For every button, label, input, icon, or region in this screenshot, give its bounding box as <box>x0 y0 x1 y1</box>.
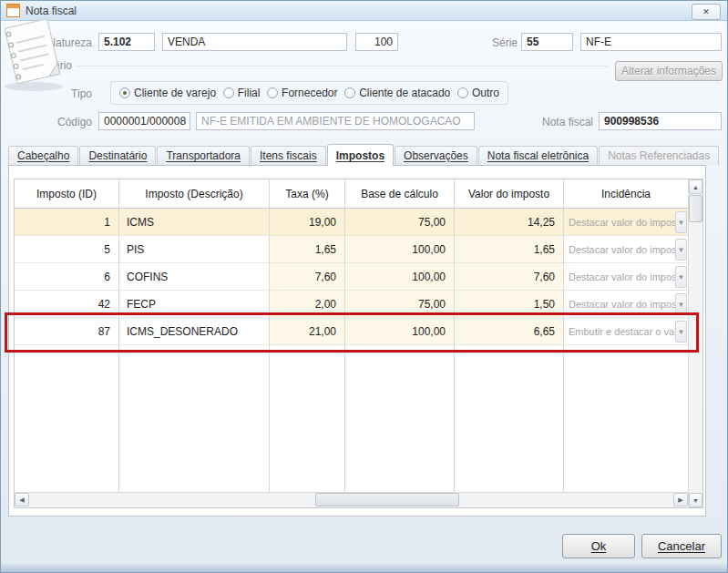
cell-imposto-id: 42 <box>15 291 119 317</box>
radio-label: Filial <box>238 87 261 99</box>
grid-header: Imposto (ID) Imposto (Descrição) Taxa (%… <box>15 179 688 209</box>
table-row[interactable]: 87 ICMS_DESONERADO 21,00 100,00 6,65 Emb… <box>15 318 688 345</box>
scroll-down-button[interactable]: ▼ <box>689 493 702 507</box>
column-header-imposto-descricao: Imposto (Descrição) <box>119 179 270 208</box>
column-header-valor-imposto: Valor do imposto <box>455 179 564 208</box>
column-divider <box>454 209 455 492</box>
nota-fiscal-dialog: Nota fiscal ✕ Natureza 5.102 VENDA 100 S… <box>0 0 728 573</box>
tab-cabecalho[interactable]: Cabeçalho <box>8 146 78 165</box>
radio-dot-icon <box>119 87 130 98</box>
codigo-field[interactable]: 0000001/000008 <box>98 112 190 130</box>
vertical-scroll-thumb[interactable] <box>689 195 702 222</box>
incidencia-dropdown[interactable]: Embutir e destacar o valo ▼ <box>564 318 688 344</box>
cell-taxa: 7,60 <box>270 263 345 290</box>
cell-imposto-id: 87 <box>15 318 119 344</box>
cell-taxa: 21,00 <box>270 318 345 344</box>
scroll-right-button[interactable]: ▶ <box>673 493 688 506</box>
radio-filial[interactable]: Filial <box>223 87 261 99</box>
cell-base-calculo: 75,00 <box>345 291 455 317</box>
incidencia-value: Destacar valor do imposto <box>569 217 685 228</box>
close-button[interactable]: ✕ <box>692 4 721 20</box>
tab-strip: Cabeçalho Destinatário Transportadora It… <box>8 144 719 165</box>
close-icon: ✕ <box>702 7 710 16</box>
ambiente-field[interactable]: NF-E EMITIDA EM AMBIENTE DE HOMOLOGACAO <box>196 112 475 130</box>
column-divider <box>344 209 345 492</box>
radio-label: Fornecedor <box>282 87 337 99</box>
column-header-taxa: Taxa (%) <box>270 179 345 208</box>
titlebar: Nota fiscal <box>1 1 727 21</box>
incidencia-value: Destacar valor do imposto <box>569 271 685 282</box>
cell-imposto-descricao: ICMS <box>119 209 270 235</box>
group-divider <box>77 66 608 67</box>
radio-cliente-atacado[interactable]: Cliente de atacado <box>344 87 450 99</box>
tab-nota-fiscal-eletronica[interactable]: Nota fiscal eletrônica <box>478 146 598 165</box>
column-header-base-calculo: Base de cálculo <box>345 179 455 208</box>
cell-imposto-descricao: ICMS_DESONERADO <box>119 318 270 344</box>
cancel-button[interactable]: Cancelar <box>641 534 722 558</box>
radio-outro[interactable]: Outro <box>457 87 499 99</box>
column-divider <box>269 209 270 492</box>
column-header-imposto-id: Imposto (ID) <box>15 179 119 208</box>
column-divider <box>118 209 119 492</box>
cell-valor-imposto: 1,50 <box>455 291 564 317</box>
cell-valor-imposto: 1,65 <box>455 236 564 262</box>
chevron-down-icon[interactable]: ▼ <box>675 239 687 261</box>
table-row[interactable]: 5 PIS 1,65 100,00 1,65 Destacar valor do… <box>15 236 688 263</box>
natureza-aux-field[interactable]: 100 <box>355 33 398 51</box>
cell-imposto-descricao: COFINS <box>119 263 270 290</box>
serie-field[interactable]: 55 <box>521 33 573 51</box>
tab-destinatario[interactable]: Destinatário <box>79 146 156 165</box>
vertical-scrollbar[interactable]: ▲ ▼ <box>688 179 702 507</box>
cell-imposto-id: 6 <box>15 263 119 290</box>
table-row[interactable]: 6 COFINS 7,60 100,00 7,60 Destacar valor… <box>15 263 688 291</box>
tab-impostos[interactable]: Impostos <box>327 144 394 166</box>
horizontal-scroll-thumb[interactable] <box>315 493 459 506</box>
tab-transportadora[interactable]: Transportadora <box>157 146 250 165</box>
tab-notas-referenciadas: Notas Referenciadas <box>599 146 719 165</box>
serie-tipo-field[interactable]: NF-E <box>580 33 722 51</box>
tab-itens-fiscais[interactable]: Itens fiscais <box>251 146 326 165</box>
cell-imposto-id: 1 <box>15 209 119 235</box>
tipo-radio-group: Cliente de varejo Filial Fornecedor Clie… <box>110 81 508 105</box>
grid-body: 1 ICMS 19,00 75,00 14,25 Destacar valor … <box>15 209 688 492</box>
incidencia-value: Destacar valor do imposto <box>569 244 685 255</box>
incidencia-dropdown[interactable]: Destacar valor do imposto ▼ <box>564 291 688 317</box>
radio-cliente-varejo[interactable]: Cliente de varejo <box>119 87 216 99</box>
incidencia-dropdown[interactable]: Destacar valor do imposto ▼ <box>564 209 688 235</box>
cell-base-calculo: 100,00 <box>345 318 455 344</box>
tab-observacoes[interactable]: Observações <box>395 146 477 165</box>
nota-fiscal-label: Nota fiscal <box>540 116 593 128</box>
chevron-down-icon[interactable]: ▼ <box>675 266 687 288</box>
incidencia-dropdown[interactable]: Destacar valor do imposto ▼ <box>564 263 688 290</box>
natureza-name-field[interactable]: VENDA <box>162 33 347 51</box>
radio-fornecedor[interactable]: Fornecedor <box>267 87 337 99</box>
radio-label: Cliente de atacado <box>359 87 450 99</box>
chevron-down-icon[interactable]: ▼ <box>675 211 687 233</box>
alterar-informacoes-button: Alterar informações <box>615 61 723 81</box>
radio-dot-icon <box>267 87 278 98</box>
ok-button[interactable]: Ok <box>562 534 635 558</box>
table-row[interactable]: 42 FECP 2,00 75,00 1,50 Destacar valor d… <box>15 291 688 318</box>
radio-dot-icon <box>344 87 355 98</box>
scroll-up-button[interactable]: ▲ <box>689 179 702 194</box>
chevron-down-icon[interactable]: ▼ <box>675 321 687 343</box>
cell-valor-imposto: 14,25 <box>455 209 564 235</box>
chevron-down-icon[interactable]: ▼ <box>675 293 687 315</box>
cell-base-calculo: 100,00 <box>345 263 455 290</box>
window-bottom-edge <box>1 564 727 572</box>
natureza-code-field[interactable]: 5.102 <box>98 33 155 51</box>
nota-fiscal-number-field[interactable]: 900998536 <box>599 112 722 130</box>
incidencia-dropdown[interactable]: Destacar valor do imposto ▼ <box>564 236 688 262</box>
radio-label: Cliente de varejo <box>134 87 216 99</box>
cell-base-calculo: 75,00 <box>345 209 455 235</box>
impostos-tab-panel: Imposto (ID) Imposto (Descrição) Taxa (%… <box>8 165 706 517</box>
radio-dot-icon <box>457 87 468 98</box>
table-row[interactable]: 1 ICMS 19,00 75,00 14,25 Destacar valor … <box>15 209 688 236</box>
serie-label: Série <box>477 36 518 49</box>
cell-valor-imposto: 6,65 <box>455 318 564 344</box>
incidencia-value: Destacar valor do imposto <box>569 299 685 310</box>
horizontal-scrollbar[interactable]: ◀ ▶ <box>15 492 688 507</box>
cell-imposto-descricao: PIS <box>119 236 270 262</box>
radio-dot-icon <box>223 87 234 98</box>
scroll-left-button[interactable]: ◀ <box>15 493 29 506</box>
